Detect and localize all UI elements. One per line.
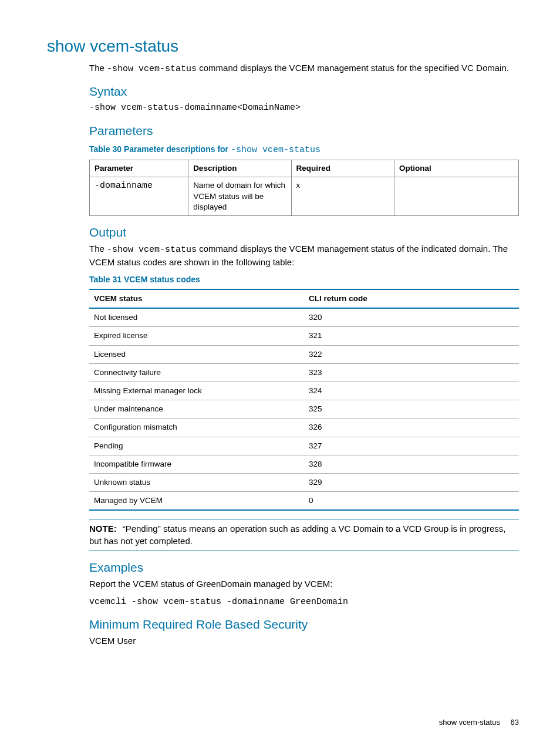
syntax-heading: Syntax	[89, 83, 519, 100]
output-pre: The	[89, 244, 107, 254]
table-row: -domainnameName of domain for which VCEM…	[90, 177, 519, 216]
table-30-caption: Table 30 Parameter descriptions for -sho…	[89, 144, 519, 156]
table-header-row: VCEM status CLI return code	[89, 289, 519, 308]
table-row: Configuration mismatch326	[89, 418, 519, 437]
col-description: Description	[188, 160, 291, 177]
caption-mono: -show vcem-status	[231, 145, 321, 155]
table-row: Not licensed320	[89, 308, 519, 327]
examples-command: vcemcli -show vcem-status -domainname Gr…	[89, 596, 519, 608]
cell-code: 320	[304, 308, 519, 327]
table-row: Expired license321	[89, 327, 519, 345]
table-row: Connectivity failure323	[89, 363, 519, 382]
note-block: NOTE:“Pending” status means an operation…	[89, 519, 519, 551]
cell-code: 325	[304, 400, 519, 418]
output-heading: Output	[89, 224, 519, 241]
cell-optional	[394, 177, 519, 216]
security-text: VCEM User	[89, 635, 519, 647]
page-title: show vcem-status	[47, 35, 519, 58]
note-text: “Pending” status means an operation such…	[89, 524, 506, 545]
table-row: Under maintenance325	[89, 400, 519, 418]
col-parameter: Parameter	[90, 160, 188, 177]
cell-code: 328	[304, 455, 519, 473]
table-row: Pending327	[89, 437, 519, 455]
examples-heading: Examples	[89, 559, 519, 576]
status-codes-table: VCEM status CLI return code Not licensed…	[89, 289, 519, 511]
cell-required: x	[291, 177, 394, 216]
intro-paragraph: The -show vcem-status command displays t…	[89, 62, 519, 75]
cell-code: 324	[304, 382, 519, 400]
cell-status: Pending	[89, 437, 304, 455]
footer-section: show vcem-status	[439, 718, 500, 727]
intro-command: -show vcem-status	[107, 64, 197, 74]
table-row: Incompatible firmware328	[89, 455, 519, 473]
footer-page-number: 63	[511, 718, 519, 727]
table-row: Unknown status329	[89, 474, 519, 492]
intro-pre: The	[89, 63, 107, 73]
col-optional: Optional	[394, 160, 519, 177]
intro-post: command displays the VCEM management sta…	[197, 63, 509, 73]
parameters-table: Parameter Description Required Optional …	[89, 160, 519, 216]
caption-text: Table 30 Parameter descriptions for	[89, 144, 231, 154]
cell-code: 326	[304, 418, 519, 437]
table-31-caption: Table 31 VCEM status codes	[89, 274, 519, 285]
cell-status: Managed by VCEM	[89, 492, 304, 511]
cell-description: Name of domain for which VCEM status wil…	[188, 177, 291, 216]
cell-status: Configuration mismatch	[89, 418, 304, 437]
page-footer: show vcem-status 63	[47, 717, 519, 728]
output-command: -show vcem-status	[107, 245, 197, 255]
cell-status: Connectivity failure	[89, 363, 304, 382]
security-heading: Minimum Required Role Based Security	[89, 616, 519, 633]
cell-code: 329	[304, 474, 519, 492]
table-row: Managed by VCEM0	[89, 492, 519, 511]
cell-status: Incompatible firmware	[89, 455, 304, 473]
cell-status: Not licensed	[89, 308, 304, 327]
cell-status: Missing External manager lock	[89, 382, 304, 400]
parameters-heading: Parameters	[89, 123, 519, 139]
syntax-line: -show vcem-status-domainname<DomainName>	[89, 102, 519, 114]
cell-code: 322	[304, 345, 519, 363]
cell-code: 327	[304, 437, 519, 455]
cell-code: 323	[304, 363, 519, 382]
note-label: NOTE:	[89, 524, 117, 534]
cell-code: 321	[304, 327, 519, 345]
cell-code: 0	[304, 492, 519, 511]
cell-status: Unknown status	[89, 474, 304, 492]
table-row: Missing External manager lock324	[89, 382, 519, 400]
col-status: VCEM status	[89, 289, 304, 308]
cell-parameter: -domainname	[90, 177, 188, 216]
table-header-row: Parameter Description Required Optional	[90, 160, 519, 177]
examples-text: Report the VCEM status of GreenDomain ma…	[89, 578, 519, 590]
cell-status: Under maintenance	[89, 400, 304, 418]
cell-status: Licensed	[89, 345, 304, 363]
col-code: CLI return code	[304, 289, 519, 308]
table-row: Licensed322	[89, 345, 519, 363]
cell-status: Expired license	[89, 327, 304, 345]
col-required: Required	[291, 160, 394, 177]
output-paragraph: The -show vcem-status command displays t…	[89, 243, 519, 268]
